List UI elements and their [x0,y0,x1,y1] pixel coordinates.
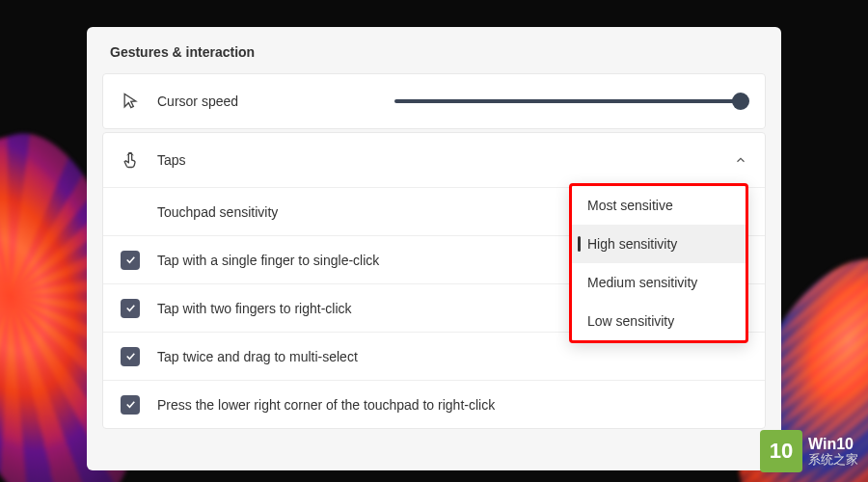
settings-panel: Gestures & interaction Cursor speed Taps [87,27,781,470]
slider-thumb[interactable] [732,93,749,110]
lower-right-corner-checkbox[interactable] [121,395,140,415]
sensitivity-option-most[interactable]: Most sensitive [572,186,746,225]
tap-two-fingers-checkbox[interactable] [121,299,140,318]
watermark-line2: 系统之家 [808,453,858,467]
watermark-line1: Win10 [808,436,858,453]
watermark-badge: 10 [760,430,802,472]
tap-icon [121,150,140,170]
watermark-text: Win10 系统之家 [808,436,858,467]
sensitivity-option-low[interactable]: Low sensitivity [572,302,746,340]
section-title: Gestures & interaction [87,27,781,73]
cursor-speed-slider[interactable] [394,99,742,103]
cursor-speed-label: Cursor speed [157,94,238,109]
tap-twice-drag-checkbox[interactable] [121,347,140,366]
touchpad-sensitivity-label: Touchpad sensitivity [157,204,278,220]
watermark: 10 Win10 系统之家 [760,430,858,472]
tap-two-fingers-label: Tap with two fingers to right-click [157,301,352,316]
sensitivity-option-high[interactable]: High sensitivity [572,225,746,263]
chevron-up-icon [734,153,747,167]
tap-single-finger-checkbox[interactable] [121,251,140,270]
taps-header[interactable]: Taps [103,133,765,187]
sensitivity-dropdown: Most sensitive High sensitivity Medium s… [569,183,748,343]
cursor-speed-row: Cursor speed [103,74,765,128]
lower-right-corner-label: Press the lower right corner of the touc… [157,397,495,413]
watermark-badge-text: 10 [770,439,793,464]
taps-label: Taps [157,152,186,168]
cursor-speed-card: Cursor speed [102,73,766,129]
tap-single-finger-label: Tap with a single finger to single-click [157,253,379,268]
cursor-icon [121,92,140,111]
sensitivity-option-medium[interactable]: Medium sensitivity [572,263,746,302]
lower-right-corner-row: Press the lower right corner of the touc… [103,380,765,428]
tap-twice-drag-label: Tap twice and drag to multi-select [157,349,358,364]
